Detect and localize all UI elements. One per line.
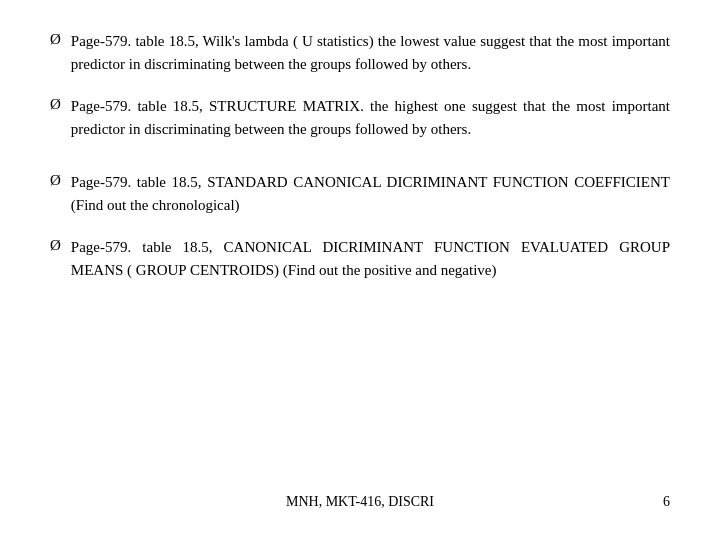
spacer: [50, 159, 670, 171]
bullet-item-4: Ø Page-579. table 18.5, CANONICAL DICRIM…: [50, 236, 670, 283]
bullet-text-1: Page-579. table 18.5, Wilk's lambda ( U …: [71, 30, 670, 77]
footer-text: MNH, MKT-416, DISCRI: [286, 494, 434, 510]
bullet-item-3: Ø Page-579. table 18.5, STANDARD CANONIC…: [50, 171, 670, 218]
bullet-symbol-3: Ø: [50, 172, 61, 189]
bullet-item-2: Ø Page-579. table 18.5, STRUCTURE MATRIX…: [50, 95, 670, 142]
footer-page-number: 6: [663, 494, 670, 510]
bullet-text-2: Page-579. table 18.5, STRUCTURE MATRIX. …: [71, 95, 670, 142]
content-area: Ø Page-579. table 18.5, Wilk's lambda ( …: [50, 30, 670, 484]
bullet-symbol-2: Ø: [50, 96, 61, 113]
footer: MNH, MKT-416, DISCRI 6: [50, 484, 670, 510]
bullet-text-3: Page-579. table 18.5, STANDARD CANONICAL…: [71, 171, 670, 218]
bullet-symbol-1: Ø: [50, 31, 61, 48]
bullet-symbol-4: Ø: [50, 237, 61, 254]
bullet-item-1: Ø Page-579. table 18.5, Wilk's lambda ( …: [50, 30, 670, 77]
page-container: Ø Page-579. table 18.5, Wilk's lambda ( …: [0, 0, 720, 540]
bullet-text-4: Page-579. table 18.5, CANONICAL DICRIMIN…: [71, 236, 670, 283]
